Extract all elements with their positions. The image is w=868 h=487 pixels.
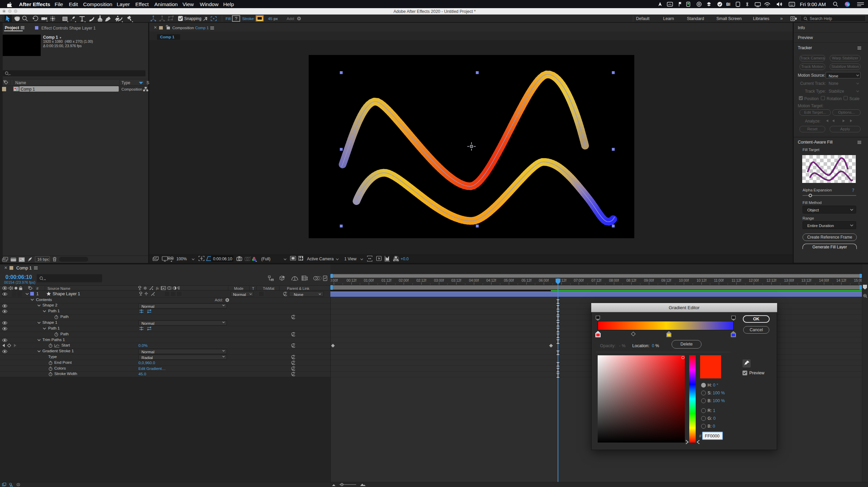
svg-text:fx: fx [156, 286, 159, 290]
